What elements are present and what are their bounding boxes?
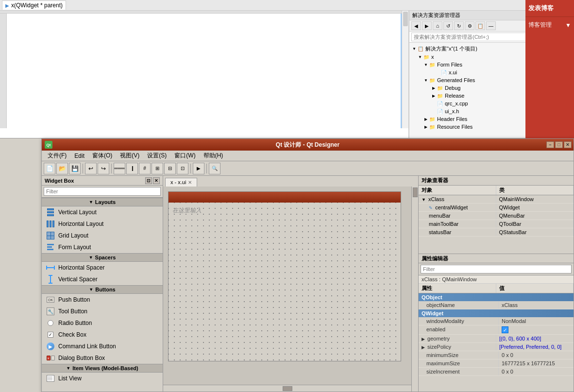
toolbar-open[interactable]: 📂 xyxy=(56,163,68,174)
wb-restore-btn[interactable]: ⊡ xyxy=(145,177,152,184)
wb-item-push-button[interactable]: OK Push Button xyxy=(42,294,163,306)
oi-item-central-widget[interactable]: ✎ centralWidget QWidget xyxy=(419,204,574,212)
release-icon: 📁 xyxy=(437,92,443,99)
toolbar-layout-form[interactable]: ⊞ xyxy=(152,163,163,174)
toolbar-redo[interactable]: ↪ xyxy=(98,163,109,174)
wb-item-horizontal-layout[interactable]: Horizontal Layout xyxy=(42,218,163,230)
menu-help[interactable]: 帮助(H) xyxy=(200,151,227,161)
wb-filter-input[interactable] xyxy=(44,187,161,196)
oi-item-xclass[interactable]: ▼ xClass QMainWindow xyxy=(419,195,574,204)
toolbar-save[interactable]: 💾 xyxy=(69,163,81,174)
qt-designer-window: Qt Qt 设计师 - Qt Designer − □ ✕ 文件(F) Edit… xyxy=(41,138,574,392)
canvas-scrollbar-thumb-h xyxy=(283,386,292,391)
prop-row-minimumsize[interactable]: minimumSize 0 x 0 xyxy=(419,351,574,359)
wb-item-vertical-layout[interactable]: Vertical Layout xyxy=(42,206,163,218)
wb-item-horizontal-spacer[interactable]: Horizontal Spacer xyxy=(42,262,163,273)
tree-arrow-generated[interactable]: ▼ xyxy=(423,77,429,83)
toolbar-new[interactable]: 📄 xyxy=(44,163,55,174)
canvas-tab-close[interactable]: ✕ xyxy=(188,180,192,185)
prop-row-maximumsize[interactable]: maximumSize 16777215 x 16777215 xyxy=(419,359,574,368)
wb-item-dialog-btn-box[interactable]: ✕ Dialog Button Box xyxy=(42,352,163,364)
se-back-btn[interactable]: ◀ xyxy=(411,21,421,30)
prop-row-enabled[interactable]: enabled ✓ xyxy=(419,325,574,335)
wb-section-buttons[interactable]: ▼ Buttons xyxy=(42,285,163,294)
tree-arrow-release[interactable]: ▶ xyxy=(431,93,437,99)
toolbar-layout-grid[interactable]: # xyxy=(139,163,151,174)
menu-settings[interactable]: 设置(S) xyxy=(143,151,170,161)
oi-arrow: ▼ xyxy=(422,197,426,202)
prop-row-sizeincrement[interactable]: sizeIncrement 0 x 0 xyxy=(419,368,574,376)
canvas-wrapper[interactable]: 在这里输入 xyxy=(163,187,418,392)
canvas-form-body[interactable]: 在这里输入 xyxy=(169,203,401,361)
se-sync-btn[interactable]: ↺ xyxy=(443,21,453,30)
check-box-shape: ✓ xyxy=(48,332,53,338)
toolbar-layout-v[interactable]: ||| xyxy=(126,163,138,174)
wb-close-btn[interactable]: ✕ xyxy=(153,177,160,184)
prop-name-enabled: enabled xyxy=(419,325,499,334)
se-refresh-btn[interactable]: ↻ xyxy=(454,21,464,30)
se-home-btn[interactable]: ⌂ xyxy=(433,21,442,30)
wb-item-list-view[interactable]: List View xyxy=(42,373,163,384)
menu-file[interactable]: 文件(F) xyxy=(44,151,70,161)
wb-item-views-label: Item Views (Model-Based) xyxy=(72,365,138,371)
toolbar-break-layout[interactable]: ⊟ xyxy=(164,163,176,174)
toolbar-layout-h[interactable]: ═══ xyxy=(114,163,125,174)
prop-section-label: QWidget xyxy=(422,310,443,316)
qt-minimize-btn[interactable]: − xyxy=(546,141,554,148)
prop-row-geometry[interactable]: ▶ geometry [(0, 0), 600 x 400] xyxy=(419,335,574,343)
tree-arrow-header[interactable]: ▶ xyxy=(423,116,429,122)
wb-item-grid-layout[interactable]: Grid Layout xyxy=(42,230,163,241)
toolbar-zoom[interactable]: 🔍 xyxy=(209,163,220,174)
blog-mgmt-label: 博客管理 xyxy=(528,21,552,29)
xui-icon: 📄 xyxy=(440,69,447,76)
menu-window[interactable]: 窗口(W) xyxy=(170,151,199,161)
wb-content: ▼ Layouts Vertical Layout Horizontal Lay… xyxy=(42,198,163,392)
menu-view[interactable]: 视图(V) xyxy=(116,151,143,161)
prop-row-objectname[interactable]: objectName xClass xyxy=(419,301,574,309)
se-settings-btn[interactable]: ⚙ xyxy=(465,21,474,30)
blog-post-btn[interactable]: 发表博客 xyxy=(525,0,574,17)
wb-item-radio-button[interactable]: Radio Button xyxy=(42,317,163,329)
wb-item-vertical-spacer[interactable]: Vertical Spacer xyxy=(42,273,163,285)
wb-item-check-box[interactable]: ✓ Check Box xyxy=(42,329,163,341)
se-filter-btn[interactable]: 📋 xyxy=(475,21,485,30)
toolbar-adjust[interactable]: ⊡ xyxy=(177,163,188,174)
wb-section-item-views[interactable]: ▼ Item Views (Model-Based) xyxy=(42,364,163,373)
tree-arrow-resource[interactable]: ▶ xyxy=(423,124,429,130)
se-forward-btn[interactable]: ▶ xyxy=(422,21,432,30)
canvas-scrollbar-h[interactable] xyxy=(163,385,411,392)
wb-section-spacers[interactable]: ▼ Spacers xyxy=(42,253,163,262)
prop-row-sizepolicy[interactable]: ▶ sizePolicy [Preferred, Preferred, 0, 0… xyxy=(419,343,574,351)
prop-value-sizepolicy: [Preferred, Preferred, 0, 0] xyxy=(496,343,574,351)
toolbar-undo[interactable]: ↩ xyxy=(85,163,97,174)
code-tab-item[interactable]: ▶ x(QWidget * parent) xyxy=(2,0,66,10)
wb-item-tool-button[interactable]: 🔧 Tool Button xyxy=(42,306,163,317)
oi-item-toolbar[interactable]: mainToolBar QToolBar xyxy=(419,220,574,228)
prop-check-enabled[interactable]: ✓ xyxy=(502,326,508,333)
oi-item-statusbar[interactable]: statusBar QStatusBar xyxy=(419,228,574,237)
tree-arrow-project[interactable]: ▼ xyxy=(417,54,423,60)
wb-section-layouts[interactable]: ▼ Layouts xyxy=(42,198,163,206)
canvas-tab-xui[interactable]: x - x.ui ✕ xyxy=(165,178,197,187)
canvas-scrollbar-v[interactable] xyxy=(411,187,418,392)
toolbar-preview[interactable]: ▶ xyxy=(193,163,204,174)
qt-close-btn[interactable]: ✕ xyxy=(564,141,572,148)
prop-row-windowmodality[interactable]: windowModality NonModal xyxy=(419,317,574,325)
tree-arrow-debug[interactable]: ▶ xyxy=(431,85,437,91)
tree-arrow-form-files[interactable]: ▼ xyxy=(423,62,429,68)
code-scrollbar[interactable] xyxy=(402,11,408,128)
solution-icon: 📋 xyxy=(417,46,424,52)
menu-form[interactable]: 窗体(O) xyxy=(88,151,116,161)
wb-item-form-layout[interactable]: Form Layout xyxy=(42,241,163,253)
wb-item-label: Dialog Button Box xyxy=(58,355,105,361)
prop-filter-input[interactable] xyxy=(421,265,572,273)
oi-item-menubar[interactable]: menuBar QMenuBar xyxy=(419,212,574,220)
blog-mgmt-btn[interactable]: 博客管理 ▼ xyxy=(525,17,574,33)
wb-item-cmd-link-btn[interactable]: ▶ Command Link Button xyxy=(42,341,163,352)
radio-btn-shape xyxy=(48,320,53,326)
qt-maximize-btn[interactable]: □ xyxy=(555,141,563,148)
se-minus-btn[interactable]: — xyxy=(486,21,496,30)
menu-edit[interactable]: Edit xyxy=(70,152,88,160)
tree-arrow-solution[interactable]: ▼ xyxy=(411,46,417,52)
blog-mgmt-arrow: ▼ xyxy=(565,22,571,29)
